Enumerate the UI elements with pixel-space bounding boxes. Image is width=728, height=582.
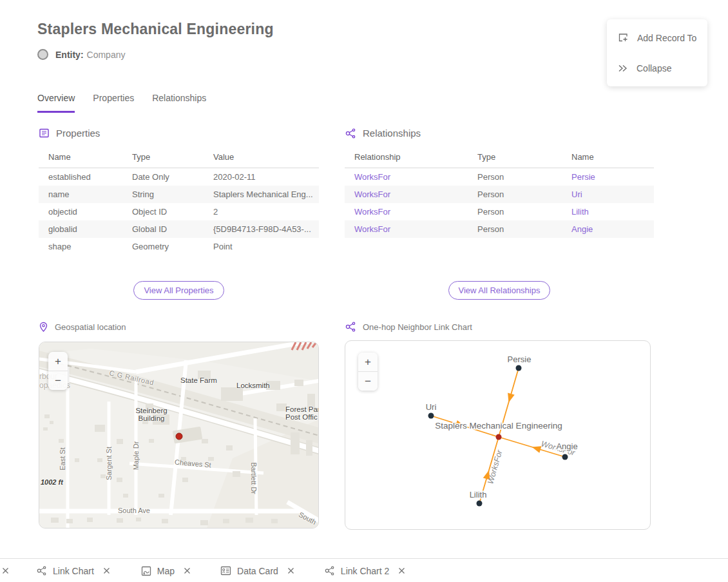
entity-link[interactable]: Persie: [562, 168, 654, 186]
map-label-maple-dr: Maple Dr: [132, 441, 140, 470]
properties-section-header: Properties: [39, 128, 100, 139]
cell-type: Person: [468, 186, 562, 203]
link-chart-icon: [36, 566, 47, 576]
menu-item-collapse[interactable]: Collapse: [607, 53, 707, 83]
menu-item-label: Collapse: [637, 63, 671, 73]
link-chart-canvas[interactable]: WorksFor WorksFor Persie Uri Angie Lilit…: [345, 340, 651, 530]
zoom-in-button[interactable]: +: [358, 353, 378, 372]
properties-table: Name Type Value established Date Only 20…: [39, 147, 319, 255]
close-icon[interactable]: [103, 567, 110, 574]
cell-name: shape: [39, 238, 122, 255]
zoom-out-button[interactable]: −: [358, 372, 378, 391]
entity-link[interactable]: Lilith: [562, 203, 654, 220]
view-all-properties-button[interactable]: View All Properties: [133, 281, 224, 300]
node-center[interactable]: [496, 434, 502, 440]
node-persie[interactable]: [516, 365, 522, 371]
view-all-relationships-button[interactable]: View All Relationships: [448, 281, 551, 300]
entity-link[interactable]: Uri: [562, 186, 654, 203]
cell-type: Person: [468, 168, 562, 186]
bottom-tab-label: Link Chart 2: [341, 566, 389, 576]
table-row: WorksFor Person Angie: [345, 220, 654, 238]
tab-properties[interactable]: Properties: [93, 93, 134, 113]
cell-type: Geometry: [122, 238, 204, 255]
col-relationship: Relationship: [345, 147, 468, 168]
bottom-tab-link-chart-2[interactable]: Link Chart 2: [324, 566, 405, 576]
link-chart-section-header: One-hop Neighbor Link Chart: [345, 322, 472, 332]
cell-value: Staplers Mechanical Eng...: [204, 186, 319, 203]
cell-type: Person: [468, 203, 562, 220]
close-icon[interactable]: [184, 567, 191, 574]
cell-type: Global ID: [122, 220, 204, 238]
bottom-tab-label: Map: [157, 566, 175, 576]
zoom-out-button[interactable]: −: [48, 371, 68, 390]
data-card-icon: [39, 128, 50, 139]
data-card-icon: [220, 566, 231, 576]
relationships-section-title: Relationships: [363, 128, 421, 139]
table-row: globalid Global ID {5D9B4713-F98D-4A53-.…: [39, 220, 319, 238]
context-menu: Add Record To Collapse: [607, 19, 707, 86]
relationship-link[interactable]: WorksFor: [345, 203, 468, 220]
cell-value: Point: [204, 238, 319, 255]
link-chart-icon: [324, 566, 335, 576]
entity-type-icon: [37, 49, 48, 60]
node-label: Persie: [508, 354, 532, 364]
map-canvas[interactable]: rbouropaedics C G Railroad State Farm Lo…: [39, 342, 319, 529]
table-row: name String Staplers Mechanical Eng...: [39, 186, 319, 203]
node-lilith[interactable]: [477, 501, 483, 507]
relationship-link[interactable]: WorksFor: [345, 220, 468, 238]
col-name: Name: [562, 147, 654, 168]
map-label-locksmith: Locksmith: [236, 382, 270, 389]
map-pin-icon: [39, 322, 48, 333]
properties-section-title: Properties: [56, 128, 100, 139]
col-name: Name: [39, 147, 122, 168]
relationships-table-header: Relationship Type Name: [345, 147, 654, 168]
entity-label: Entity:: [55, 50, 84, 60]
map-label-sargent-st: Sargent St: [105, 447, 113, 480]
entity-row: Entity: Company: [37, 49, 125, 60]
link-chart-graph: WorksFor WorksFor Persie Uri Angie Lilit…: [345, 341, 650, 529]
zoom-in-button[interactable]: +: [48, 352, 68, 371]
bottom-tab-bar: Link Chart Map Data Card: [0, 558, 728, 582]
node-label: Uri: [426, 402, 437, 412]
cell-type: Person: [468, 220, 562, 238]
cell-name: globalid: [39, 220, 122, 238]
relationships-table: Relationship Type Name WorksFor Person P…: [345, 147, 654, 238]
close-icon[interactable]: [287, 567, 294, 574]
entity-value: Company: [87, 50, 126, 60]
map-icon: [141, 566, 151, 576]
map-label-steinberg: SteinbergBuilding: [133, 407, 169, 422]
map-label-bartlett-dr: Bartlett Dr: [250, 462, 258, 494]
cell-value: {5D9B4713-F98D-4A53-...: [204, 220, 319, 238]
col-type: Type: [122, 147, 204, 168]
tab-relationships[interactable]: Relationships: [152, 93, 206, 113]
table-row: WorksFor Person Uri: [345, 186, 654, 203]
close-icon[interactable]: [398, 567, 405, 574]
link-chart-icon: [345, 322, 356, 332]
bottom-tab-link-chart[interactable]: Link Chart: [36, 566, 110, 576]
map-marker[interactable]: [176, 433, 182, 440]
relationship-link[interactable]: WorksFor: [345, 186, 468, 203]
page-title: Staplers Mechanical Engineering: [37, 21, 274, 38]
relationship-link[interactable]: WorksFor: [345, 168, 468, 186]
table-row: established Date Only 2020-02-11: [39, 168, 319, 186]
chart-zoom-control: + −: [358, 353, 378, 391]
tab-overview[interactable]: Overview: [37, 93, 75, 113]
basemap: [39, 342, 318, 528]
close-icon[interactable]: [2, 567, 9, 574]
bottom-tab-data-card[interactable]: Data Card: [220, 566, 294, 576]
node-label: Lilith: [470, 490, 487, 500]
map-zoom-control: + −: [48, 352, 68, 390]
menu-item-add-record-to[interactable]: Add Record To: [607, 23, 707, 53]
entity-link[interactable]: Angie: [562, 220, 654, 238]
center-node-label: Staplers Mechanical Engineering: [435, 421, 562, 431]
bottom-tab-map[interactable]: Map: [141, 566, 191, 576]
node-uri[interactable]: [428, 413, 434, 419]
map-scale-label: 1002 ft: [41, 478, 63, 486]
geospatial-section-title: Geospatial location: [55, 322, 126, 332]
link-chart-icon: [345, 128, 356, 139]
properties-table-header: Name Type Value: [39, 147, 319, 168]
map-label-state-farm: State Farm: [180, 376, 217, 384]
collapse-icon: [618, 64, 628, 73]
node-angie[interactable]: [562, 454, 568, 460]
map-label-forest-park: Forest ParPost Offic: [285, 405, 319, 421]
